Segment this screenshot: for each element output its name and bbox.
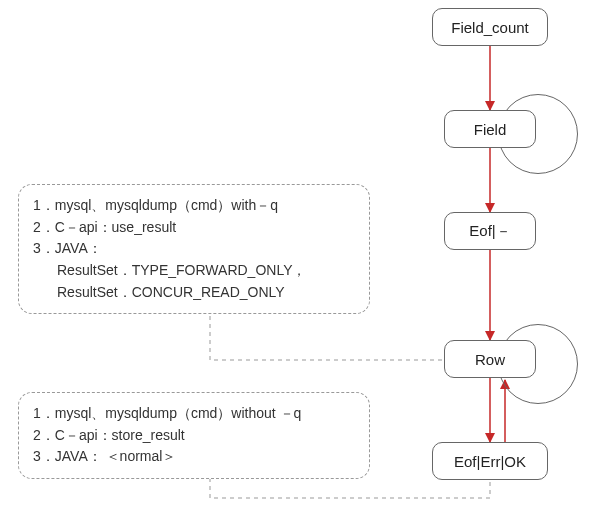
annotation-upper: 1．mysql、mysqldump（cmd）with－q 2．C－api：use… bbox=[18, 184, 370, 314]
node-field-count: Field_count bbox=[432, 8, 548, 46]
node-eof2: Eof|Err|OK bbox=[432, 442, 548, 480]
annotation-line: 2．C－api：use_result bbox=[33, 217, 355, 239]
diagram-stage: Field_count Field Eof|－ Row Eof|Err|OK 1… bbox=[0, 0, 600, 520]
annotation-line: 3．JAVA： bbox=[33, 238, 355, 260]
annot-upper-connector bbox=[210, 316, 444, 360]
node-eof1: Eof|－ bbox=[444, 212, 536, 250]
annot-lower-connector bbox=[210, 478, 490, 498]
annotation-line: 1．mysql、mysqldump（cmd）with－q bbox=[33, 195, 355, 217]
node-field: Field bbox=[444, 110, 536, 148]
node-label: Field bbox=[474, 121, 507, 138]
annotation-line: 2．C－api：store_result bbox=[33, 425, 355, 447]
node-row: Row bbox=[444, 340, 536, 378]
annotation-line: 3．JAVA： ＜normal＞ bbox=[33, 446, 355, 468]
node-label: Field_count bbox=[451, 19, 529, 36]
annotation-line: 1．mysql、mysqldump（cmd）without －q bbox=[33, 403, 355, 425]
node-label: Row bbox=[475, 351, 505, 368]
annotation-line: ResultSet．CONCUR_READ_ONLY bbox=[33, 282, 355, 304]
node-label: Eof|Err|OK bbox=[454, 453, 526, 470]
annotation-line: ResultSet．TYPE_FORWARD_ONLY， bbox=[33, 260, 355, 282]
node-label: Eof|－ bbox=[469, 222, 510, 241]
annotation-lower: 1．mysql、mysqldump（cmd）without －q 2．C－api… bbox=[18, 392, 370, 479]
